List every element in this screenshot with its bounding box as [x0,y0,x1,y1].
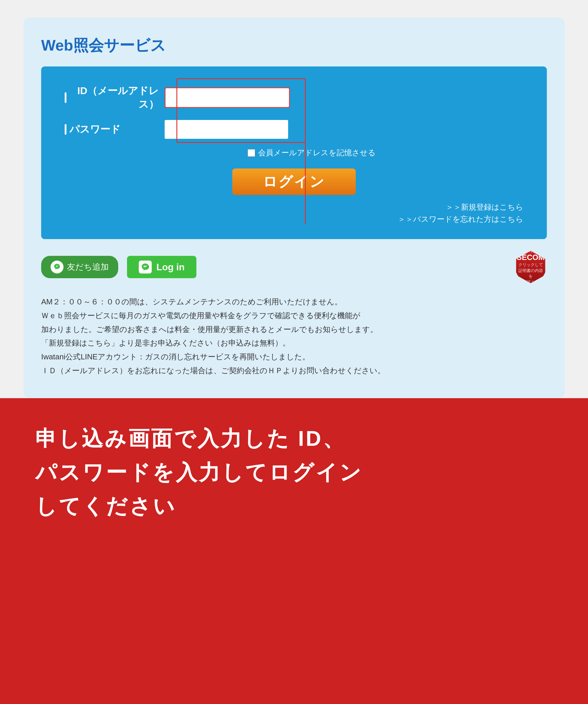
new-register-link[interactable]: ＞＞新規登録はこちら [446,202,523,212]
bottom-line-2: パスワードを入力してログイン [35,456,553,489]
password-input[interactable] [165,120,288,139]
password-row: パスワード [65,120,523,139]
below-box: 友だち追加 Log in Secured by SECOM クリックして証 [41,251,547,283]
line-logo-icon [139,260,152,274]
line-friend-add-label: 友だち追加 [67,261,109,273]
bottom-line-3: してください [35,489,553,523]
info-line-6: ＩＤ（メールアドレス）をお忘れになった場合は、ご契約会社のＨＰよりお問い合わせく… [41,364,547,377]
section-title: Web照会サービス [41,35,547,56]
id-row: ID（メールアドレス） [65,84,523,111]
bottom-section: 申し込み画面で入力した ID、 パスワードを入力してログイン してください [0,398,588,704]
line-login-button[interactable]: Log in [127,256,196,278]
remember-label[interactable]: 会員メールアドレスを記憶させる [258,148,376,158]
line-logo-small [51,260,63,274]
info-line-2: Ｗｅｂ照会サービスに毎月のガスや電気の使用量や料金をグラフで確認できる便利な機能… [41,309,547,322]
info-line-1: AM２：００～６：００の間は、システムメンテナンスのためご利用いただけません。 [41,295,547,309]
secom-badge[interactable]: Secured by SECOM クリックして証明書の内容をご確認ください。 [515,251,547,283]
login-box: ID（メールアドレス） パスワード 会員メールアドレスを記憶させる ログイン [41,66,547,239]
secom-by-text: by [529,248,533,253]
page-wrapper: Web照会サービス ID（メールアドレス） パスワード [0,0,588,704]
remember-checkbox[interactable] [247,149,255,157]
info-line-4: 「新規登録はこちら」より是非お申込みください（お申込みは無料）。 [41,336,547,350]
login-button-row: ログイン [65,169,523,195]
line-login-label: Log in [157,262,185,273]
info-text-block: AM２：００～６：００の間は、システムメンテナンスのためご利用いただけません。 … [41,295,547,377]
forgot-password-link[interactable]: ＞＞パスワードを忘れた方はこちら [398,214,523,224]
info-line-3: 加わりました。ご希望のお客さまへは料金・使用量が更新されるとメールでもお知らせし… [41,322,547,337]
bottom-text: 申し込み画面で入力した ID、 パスワードを入力してログイン してください [35,422,553,523]
secom-brand: SECOM [517,253,544,262]
info-line-5: Iwatani公式LINEアカウント：ガスの消し忘れサービスを再開いたしました。 [41,350,547,364]
password-label: パスワード [65,123,165,136]
id-input-wrapper [165,87,290,108]
top-section: Web照会サービス ID（メールアドレス） パスワード [23,18,565,398]
remember-row: 会員メールアドレスを記憶させる [100,148,523,158]
id-input[interactable] [166,88,289,107]
links-row: ＞＞新規登録はこちら ＞＞パスワードを忘れた方はこちら [65,202,523,224]
secom-secured-text: Secured [522,243,539,248]
id-label: ID（メールアドレス） [65,84,165,111]
bottom-line-1: 申し込み画面で入力した ID、 [35,422,553,456]
login-button[interactable]: ログイン [232,169,356,195]
secom-click-info: クリックして証明書の内容をご確認ください。 [518,262,544,291]
line-friend-add-button[interactable]: 友だち追加 [41,256,118,278]
